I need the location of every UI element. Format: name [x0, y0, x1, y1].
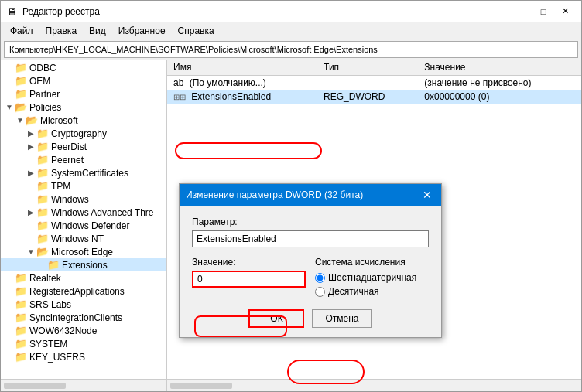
- tree-item-microsoft[interactable]: ▼ 📂 Microsoft: [1, 114, 166, 127]
- dialog-hex-radio[interactable]: [315, 273, 325, 283]
- scroll-thumb-left[interactable]: [4, 383, 66, 389]
- folder-icon-partner: 📁: [15, 88, 27, 100]
- tree-item-windows[interactable]: 📁 Windows: [1, 193, 166, 206]
- tree-item-microsoftedge[interactable]: ▼ 📂 Microsoft Edge: [1, 245, 166, 258]
- folder-icon-tpm: 📁: [36, 180, 49, 192]
- row-type-extenabled: REG_DWORD: [317, 90, 418, 104]
- maximize-button[interactable]: □: [533, 4, 553, 19]
- row-value-extenabled: 0x00000000 (0): [418, 90, 581, 104]
- table-row[interactable]: ab (По умолчанию...) (значение не присво…: [167, 76, 581, 90]
- tree-label-winadvthre: Windows Advanced Thre: [51, 207, 154, 218]
- tree-label-regapps: RegisteredApplications: [29, 286, 125, 297]
- tree-label-odbc: ODBC: [29, 63, 56, 73]
- tree-label-wow6432: WOW6432Node: [29, 326, 97, 336]
- menu-file[interactable]: Файл: [4, 24, 39, 38]
- scroll-thumb-right[interactable]: [170, 383, 232, 389]
- tree-item-systemcerts[interactable]: ▶ 📁 SystemCertificates: [1, 166, 166, 179]
- tree-item-partner[interactable]: 📁 Partner: [1, 87, 166, 101]
- folder-icon-wow6432: 📁: [15, 325, 27, 336]
- tree-item-peernet[interactable]: 📁 Peernet: [1, 153, 166, 166]
- folder-icon-odbc: 📁: [15, 62, 27, 73]
- table-row[interactable]: ⊞⊞ ExtensionsEnabled REG_DWORD 0x0000000…: [167, 90, 581, 104]
- tree-item-srslabs[interactable]: 📁 SRS Labs: [1, 298, 166, 311]
- tree-item-policies[interactable]: ▼ 📂 Policies: [1, 101, 166, 114]
- folder-icon-policies: 📂: [15, 101, 27, 113]
- tree-item-cryptography[interactable]: ▶ 📁 Cryptography: [1, 127, 166, 140]
- tree-item-windowsnt[interactable]: 📁 Windows NT: [1, 232, 166, 245]
- col-name: Имя: [167, 60, 317, 76]
- dialog-title-text: Изменение параметра DWORD (32 бита): [186, 189, 419, 200]
- folder-icon-srslabs: 📁: [15, 298, 27, 310]
- tree-arrow-policies: ▼: [4, 103, 15, 111]
- address-text: Компьютер\HKEY_LOCAL_MACHINE\SOFTWARE\Po…: [9, 45, 378, 54]
- bottom-scroll-area: [1, 379, 581, 391]
- tree-label-partner: Partner: [29, 89, 60, 100]
- minimize-button[interactable]: ─: [512, 4, 532, 19]
- folder-icon-peerdist: 📁: [36, 141, 49, 152]
- tree-item-extensions[interactable]: 📁 Extensions: [1, 258, 166, 271]
- window-title: Редактор реестра: [22, 6, 512, 17]
- registry-editor-window: 🖥 Редактор реестра ─ □ ✕ Файл Правка Вид…: [0, 0, 582, 392]
- folder-icon-windowsnt: 📁: [36, 233, 49, 244]
- menu-bar: Файл Правка Вид Избранное Справка: [1, 22, 581, 39]
- folder-icon-peernet: 📁: [36, 154, 49, 165]
- dialog-radix-label: Система исчисления: [315, 257, 429, 268]
- tree-item-regapps[interactable]: 📁 RegisteredApplications: [1, 285, 166, 298]
- dialog-radix-section: Система исчисления Шестнадцатеричная Дес…: [315, 257, 429, 300]
- tree-item-keyusers[interactable]: 📁 KEY_USERS: [1, 350, 166, 363]
- tree-item-syncint[interactable]: 📁 SyncIntegrationClients: [1, 311, 166, 324]
- dialog-close-button[interactable]: ✕: [419, 188, 435, 202]
- folder-icon-winadvthre: 📁: [36, 206, 49, 218]
- tree-label-srslabs: SRS Labs: [29, 299, 71, 310]
- tree-panel[interactable]: 📁 ODBC 📁 OEM 📁 Partner ▼: [1, 60, 167, 379]
- tree-item-realtek[interactable]: 📁 Realtek: [1, 271, 166, 285]
- menu-edit[interactable]: Правка: [39, 24, 84, 38]
- row-extEnabled-label: ExtensionsEnabled: [191, 91, 271, 102]
- folder-icon-oem: 📁: [15, 75, 27, 87]
- tree-item-system[interactable]: 📁 SYSTEM: [1, 337, 166, 350]
- tree-item-odbc[interactable]: 📁 ODBC: [1, 61, 166, 74]
- tree-item-tpm[interactable]: 📁 TPM: [1, 179, 166, 193]
- dialog-title-bar: Изменение параметра DWORD (32 бита) ✕: [180, 184, 441, 206]
- tree-item-windefender[interactable]: 📁 Windows Defender: [1, 219, 166, 232]
- tree-label-policies: Policies: [29, 102, 61, 113]
- dialog-dec-radio-row: Десятичная: [315, 286, 429, 297]
- dialog-param-input[interactable]: [192, 230, 429, 247]
- dialog-value-input[interactable]: [192, 271, 306, 288]
- folder-icon-realtek: 📁: [15, 272, 27, 284]
- tree-label-oem: OEM: [29, 76, 50, 87]
- window-controls: ─ □ ✕: [512, 4, 575, 19]
- row-type-default: [317, 76, 418, 90]
- tree-item-oem[interactable]: 📁 OEM: [1, 74, 166, 87]
- menu-help[interactable]: Справка: [172, 24, 221, 38]
- folder-icon-extensions: 📁: [47, 259, 60, 271]
- tree-item-peerdist[interactable]: ▶ 📁 PeerDist: [1, 140, 166, 153]
- dialog-body: Параметр: Значение: Система исчисления Ш…: [180, 206, 441, 337]
- row-value-default: (значение не присвоено): [418, 76, 581, 90]
- app-icon: 🖥: [7, 5, 18, 18]
- details-scroll-bar: [167, 380, 581, 391]
- dialog-value-label: Значение:: [192, 257, 306, 268]
- dialog-dec-radio[interactable]: [315, 287, 325, 297]
- menu-favorites[interactable]: Избранное: [112, 24, 172, 38]
- row-name-default: ab (По умолчанию...): [167, 76, 317, 90]
- dialog-cancel-button[interactable]: Отмена: [312, 309, 371, 328]
- tree-label-system: SYSTEM: [29, 339, 67, 349]
- row-name-extenabled: ⊞⊞ ExtensionsEnabled: [167, 90, 317, 104]
- dialog-hex-radio-row: Шестнадцатеричная: [315, 272, 429, 283]
- folder-icon-windows: 📁: [36, 193, 49, 205]
- menu-view[interactable]: Вид: [83, 24, 112, 38]
- tree-label-windowsnt: Windows NT: [51, 233, 104, 244]
- dialog-buttons: ОК Отмена: [192, 309, 429, 328]
- tree-arrow-peerdist: ▶: [26, 142, 36, 151]
- tree-label-microsoft: Microsoft: [40, 115, 78, 126]
- close-button[interactable]: ✕: [555, 4, 575, 19]
- tree-item-winadvthre[interactable]: ▶ 📁 Windows Advanced Thre: [1, 206, 166, 219]
- dialog-ok-button[interactable]: ОК: [248, 309, 304, 328]
- tree-item-wow6432[interactable]: 📁 WOW6432Node: [1, 324, 166, 337]
- row-icon-default: ab: [173, 77, 183, 88]
- folder-icon-windefender: 📁: [36, 220, 49, 231]
- dialog-dec-label: Десятичная: [328, 286, 379, 297]
- tree-label-windows: Windows: [51, 194, 89, 205]
- tree-arrow-microsoftedge: ▼: [26, 247, 36, 256]
